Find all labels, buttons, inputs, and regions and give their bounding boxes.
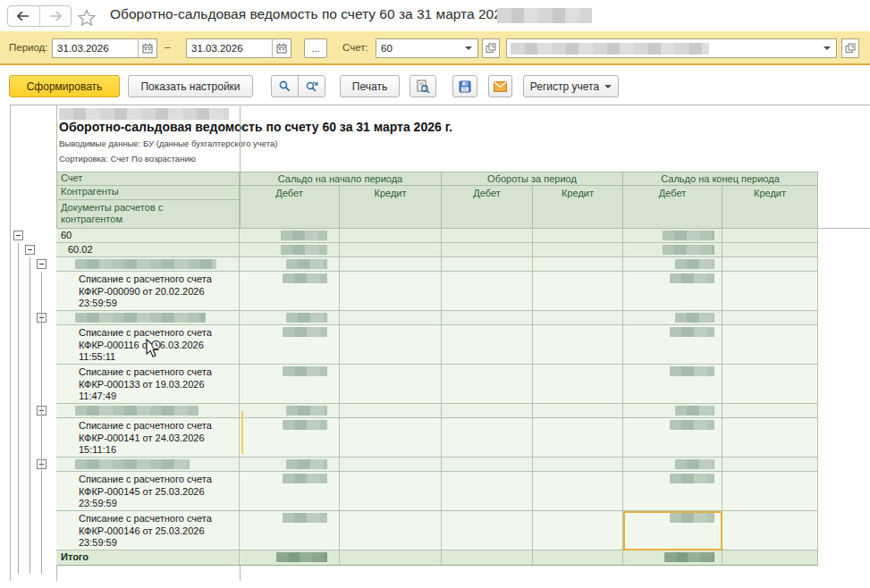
column-header-debit[interactable]: Дебет [442, 186, 533, 229]
cell-end-credit[interactable] [722, 257, 818, 272]
cell-start-debit[interactable] [240, 404, 340, 418]
cell-turnover-debit[interactable] [442, 229, 533, 243]
period-to-input[interactable]: 31.03.2026 [186, 38, 291, 58]
cell-start-credit[interactable] [340, 458, 442, 472]
cell-turnover-credit[interactable] [533, 243, 623, 257]
cell-start-debit[interactable] [240, 243, 340, 257]
cell-end-debit[interactable] [623, 311, 722, 325]
cell-start-debit[interactable] [240, 365, 340, 404]
show-settings-button[interactable]: Показать настройки [128, 75, 253, 97]
cell-start-credit[interactable] [340, 325, 442, 365]
cell-end-credit[interactable] [722, 418, 818, 458]
cell-end-debit[interactable] [623, 365, 722, 404]
dropdown-caret-icon[interactable] [460, 39, 477, 57]
search-next-button[interactable] [298, 75, 325, 97]
column-header-credit[interactable]: Кредит [533, 186, 623, 229]
cell-end-credit[interactable] [722, 458, 818, 472]
cell-account-label[interactable] [56, 404, 240, 418]
cell-start-debit[interactable] [240, 472, 340, 511]
cell-turnover-credit[interactable] [533, 325, 623, 365]
cell-start-debit[interactable] [240, 550, 340, 566]
cell-turnover-debit[interactable] [442, 404, 533, 418]
cell-end-credit[interactable] [722, 229, 818, 243]
column-header-credit[interactable]: Кредит [340, 186, 442, 229]
cell-account-label[interactable]: Списание с расчетного счетаКФКР-000145 о… [56, 472, 240, 511]
cell-start-debit[interactable] [240, 325, 340, 365]
cell-end-credit[interactable] [722, 472, 818, 511]
group-header-start-balance[interactable]: Сальдо на начало периода [240, 172, 442, 186]
column-header-contractors[interactable]: Контрагенты [56, 186, 240, 200]
column-header-documents[interactable]: Документы расчетов с контрагентом [56, 200, 240, 229]
cell-turnover-credit[interactable] [533, 272, 623, 311]
print-preview-button[interactable] [410, 75, 436, 97]
cell-end-credit[interactable] [722, 404, 818, 418]
generate-button[interactable]: Сформировать [9, 75, 120, 97]
cell-turnover-debit[interactable] [442, 243, 533, 257]
collapse-expander-icon[interactable] [25, 245, 35, 255]
cell-start-credit[interactable] [340, 365, 442, 404]
cell-turnover-debit[interactable] [442, 458, 533, 472]
group-header-end-balance[interactable]: Сальдо на конец периода [623, 172, 818, 186]
cell-start-credit[interactable] [340, 243, 442, 257]
favorites-star-icon[interactable] [77, 8, 97, 28]
cell-turnover-credit[interactable] [533, 550, 623, 566]
selected-cell[interactable] [623, 511, 722, 550]
cell-start-debit[interactable] [240, 229, 340, 243]
cell-turnover-debit[interactable] [442, 311, 533, 325]
cell-turnover-debit[interactable] [442, 550, 533, 566]
group-header-turnover[interactable]: Обороты за период [442, 172, 623, 186]
cell-start-debit[interactable] [240, 272, 340, 311]
calendar-icon[interactable] [272, 39, 291, 57]
cell-turnover-debit[interactable] [442, 325, 533, 365]
cell-start-credit[interactable] [340, 257, 442, 272]
period-from-input[interactable]: 31.03.2026 [52, 38, 157, 58]
cell-account-label[interactable]: 60.02 [56, 243, 240, 257]
cell-account-label[interactable] [56, 257, 240, 272]
account-input[interactable]: 60 [376, 38, 478, 58]
cell-end-credit[interactable] [722, 365, 818, 404]
cell-end-debit[interactable] [623, 272, 722, 311]
cell-start-debit[interactable] [240, 458, 340, 472]
cell-turnover-debit[interactable] [442, 418, 533, 458]
calendar-icon[interactable] [138, 39, 156, 57]
cell-end-debit[interactable] [623, 404, 722, 418]
cell-turnover-debit[interactable] [442, 365, 533, 404]
forward-button[interactable] [40, 6, 72, 26]
cell-turnover-credit[interactable] [533, 229, 623, 243]
cell-end-debit[interactable] [623, 229, 722, 243]
cell-end-credit[interactable] [722, 243, 818, 257]
cell-end-credit[interactable] [722, 511, 818, 550]
cell-end-debit[interactable] [623, 550, 722, 566]
cell-start-credit[interactable] [340, 404, 442, 418]
cell-start-credit[interactable] [340, 550, 442, 566]
column-header-debit[interactable]: Дебет [623, 186, 722, 229]
cell-turnover-debit[interactable] [442, 257, 533, 272]
dropdown-caret-icon[interactable] [818, 39, 836, 57]
cell-account-label[interactable] [56, 458, 240, 472]
cell-end-debit[interactable] [623, 257, 722, 272]
organization-input[interactable] [506, 38, 837, 58]
cell-end-debit[interactable] [623, 243, 722, 257]
cell-turnover-credit[interactable] [533, 404, 623, 418]
cell-end-debit[interactable] [623, 458, 722, 472]
register-menu-button[interactable]: Регистр учета [523, 75, 619, 97]
cell-end-debit[interactable] [623, 325, 722, 365]
cell-account-label[interactable]: Списание с расчетного счетаКФКР-000090 о… [56, 272, 240, 311]
cell-turnover-debit[interactable] [442, 511, 533, 550]
cell-start-credit[interactable] [340, 472, 442, 511]
period-variants-button[interactable]: ... [304, 38, 327, 58]
cell-end-credit[interactable] [722, 272, 818, 311]
cell-end-debit[interactable] [623, 418, 722, 458]
collapse-expander-icon[interactable] [37, 259, 46, 269]
cell-end-credit[interactable] [722, 550, 818, 566]
save-button[interactable] [452, 75, 477, 97]
search-button[interactable] [271, 75, 299, 97]
cell-turnover-credit[interactable] [533, 257, 623, 272]
cell-start-debit[interactable] [240, 418, 340, 458]
organization-open-button[interactable] [841, 38, 859, 58]
cell-turnover-credit[interactable] [533, 311, 623, 325]
cell-end-debit[interactable] [623, 472, 722, 511]
cell-account-label[interactable]: Списание с расчетного счетаКФКР-000141 о… [56, 418, 240, 458]
cell-end-credit[interactable] [722, 325, 818, 365]
cell-start-debit[interactable] [240, 257, 340, 272]
